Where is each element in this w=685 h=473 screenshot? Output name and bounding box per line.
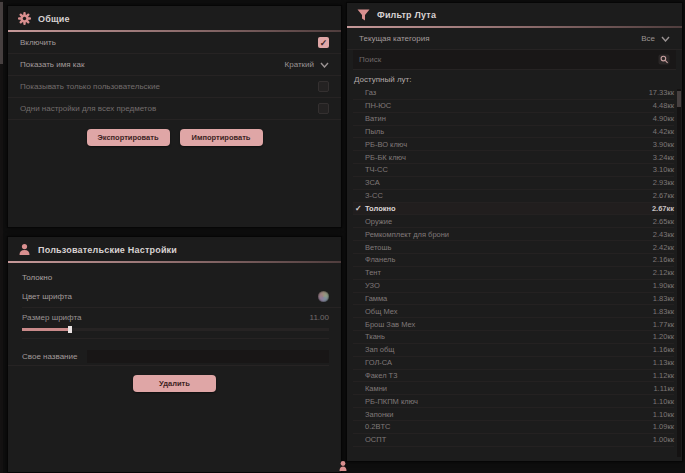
item-name: Факел Т3 (365, 371, 653, 380)
font-color-label: Цвет шрифта (22, 292, 72, 301)
available-loot-label: Доступный лут: (347, 70, 682, 87)
item-value: 2.12кк (653, 268, 674, 277)
loot-filter-header: Фильтр Лута (347, 3, 682, 26)
list-item[interactable]: Камни1.11кк (353, 382, 674, 395)
selected-item-name[interactable]: Толокно (8, 263, 341, 286)
list-item[interactable]: Ватин4.90кк (353, 113, 674, 126)
funnel-icon (357, 9, 370, 21)
import-button[interactable]: Импортировать (180, 129, 263, 146)
list-item[interactable]: Фланель2.16кк (353, 254, 674, 267)
loot-list-scrollbar-thumb[interactable] (677, 91, 681, 107)
item-value: 1.00кк (653, 435, 674, 444)
setting-row-name-mode[interactable]: Показать имя как Краткий (8, 54, 341, 76)
slider-fill (22, 328, 68, 331)
name-mode-select[interactable]: Краткий (285, 60, 329, 69)
slider-thumb[interactable] (68, 326, 72, 333)
resize-handle-icon[interactable] (337, 460, 349, 472)
item-value: 4.48кк (653, 101, 674, 110)
item-name: Запонки (365, 410, 653, 419)
loot-filter-panel: Фильтр Лута Текущая категория Все Поиск … (346, 2, 683, 462)
list-item[interactable]: РБ-ВО ключ3.90кк (353, 138, 674, 151)
list-item[interactable]: ЗСА2.93кк (353, 177, 674, 190)
item-value: 2.67кк (652, 204, 674, 213)
custom-settings-header: Пользовательские Настройки (8, 237, 341, 261)
item-value: 1.20кк (653, 332, 674, 341)
font-size-value: 11.00 (310, 313, 329, 322)
font-size-row: Размер шрифта 11.00 (22, 308, 329, 339)
gear-icon (18, 12, 31, 25)
general-panel: Общие Включить ✓ Показать имя как Кратки… (7, 5, 342, 228)
item-value: 1.77кк (653, 320, 674, 329)
item-name: Ветошь (365, 243, 653, 252)
item-name: ПН-ЮС (365, 101, 653, 110)
list-item[interactable]: Общ Мех1.83кк (353, 305, 674, 318)
list-item[interactable]: Факел Т31.12кк (353, 370, 674, 383)
color-wheel-icon[interactable] (318, 291, 329, 302)
font-size-slider[interactable] (22, 328, 329, 331)
list-item[interactable]: Ветошь2.42кк (353, 241, 674, 254)
item-name: Фланель (365, 255, 653, 264)
item-value: 1.10кк (653, 397, 674, 406)
list-item[interactable]: ПН-ЮС4.48кк (353, 100, 674, 113)
item-value: 1.16кк (653, 345, 674, 354)
list-item[interactable]: РБ-БК ключ3.24кк (353, 151, 674, 164)
list-item[interactable]: З-СС2.67кк (353, 190, 674, 203)
enable-checkbox[interactable]: ✓ (318, 37, 329, 48)
item-value: 1.09кк (653, 422, 674, 431)
category-select[interactable]: Все (641, 34, 670, 43)
item-name: 0.2BTC (365, 422, 653, 431)
user-icon (18, 243, 31, 256)
list-item[interactable]: Тент2.12кк (353, 267, 674, 280)
delete-button[interactable]: Удалить (133, 375, 216, 392)
search-bar[interactable]: Поиск (353, 50, 676, 70)
list-item[interactable]: 0.2BTC1.09кк (353, 421, 674, 434)
setting-row-same-settings[interactable]: Одни настройки для всех предметов (8, 98, 341, 120)
chevron-down-icon (661, 36, 670, 42)
list-item[interactable]: Оружие2.65кк (353, 215, 674, 228)
list-item[interactable]: Запонки1.10кк (353, 408, 674, 421)
item-name: Общ Мех (365, 307, 653, 316)
loot-filter-title: Фильтр Лута (377, 10, 436, 20)
item-value: 2.43кк (653, 230, 674, 239)
setting-row-only-custom[interactable]: Показывать только пользовательские (8, 76, 341, 98)
custom-name-input[interactable] (87, 350, 329, 363)
list-item[interactable]: Ремкомплект для брони2.43кк (353, 228, 674, 241)
category-row[interactable]: Текущая категория Все (347, 28, 682, 50)
loot-list-scrollbar[interactable] (677, 89, 681, 457)
item-value: 2.93кк (653, 178, 674, 187)
setting-row-enable[interactable]: Включить ✓ (8, 32, 341, 54)
search-icon[interactable] (658, 54, 670, 65)
item-name: РБ-БК ключ (365, 153, 653, 162)
export-button[interactable]: Экспортировать (87, 129, 170, 146)
list-item[interactable]: Газ17.33кк (353, 87, 674, 100)
same-settings-label: Одни настройки для всех предметов (20, 104, 156, 113)
item-name: РБ-ВО ключ (365, 140, 653, 149)
font-color-row[interactable]: Цвет шрифта (22, 286, 341, 308)
page-scrollbar-thumb[interactable] (0, 2, 3, 64)
item-name: ТЧ-СС (365, 165, 653, 174)
list-item[interactable]: УЗО1.90кк (353, 280, 674, 293)
same-settings-checkbox[interactable] (318, 103, 329, 114)
item-name: Камни (365, 384, 653, 393)
item-name: Тент (365, 268, 653, 277)
delete-row: Удалить (8, 375, 341, 392)
item-value: 1.13кк (653, 358, 674, 367)
list-item[interactable]: Ткань1.20кк (353, 331, 674, 344)
list-item[interactable]: Пыль4.42кк (353, 126, 674, 139)
list-item[interactable]: ✓Толокно2.67кк (353, 203, 674, 216)
list-item[interactable]: Брош Зав Мех1.77кк (353, 318, 674, 331)
list-item[interactable]: ОСПТ1.00кк (353, 434, 674, 447)
list-item[interactable]: Зап общ1.16кк (353, 344, 674, 357)
item-name: З-СС (365, 191, 653, 200)
custom-name-label: Свое название (22, 352, 77, 361)
list-item[interactable]: ГОЛ-СА1.13кк (353, 357, 674, 370)
list-item[interactable]: РБ-ПКПМ ключ1.10кк (353, 395, 674, 408)
list-item[interactable]: Гамма1.83кк (353, 293, 674, 306)
list-item[interactable]: ТЧ-СС3.10кк (353, 164, 674, 177)
only-custom-label: Показывать только пользовательские (20, 82, 160, 91)
item-name: Ватин (365, 114, 653, 123)
enable-label: Включить (20, 38, 56, 47)
only-custom-checkbox[interactable] (318, 81, 329, 92)
page-scrollbar[interactable] (0, 0, 3, 473)
item-value: 2.67кк (653, 191, 674, 200)
